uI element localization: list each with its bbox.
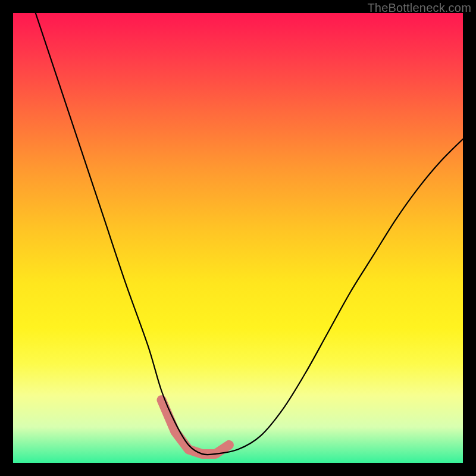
bottleneck-plot [13, 13, 463, 463]
optimal-band-marker [162, 400, 229, 454]
chart-area [13, 13, 463, 463]
bottleneck-curve [36, 13, 463, 455]
watermark-text: TheBottleneck.com [367, 1, 471, 15]
